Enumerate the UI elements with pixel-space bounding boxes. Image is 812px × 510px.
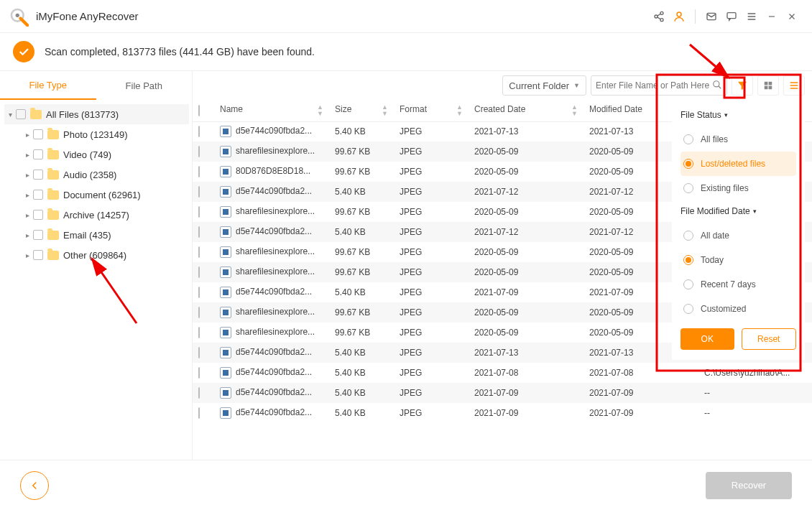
cell-name: d5e744c090fbda2... xyxy=(236,126,312,136)
back-button[interactable] xyxy=(20,471,49,500)
filter-status-lost[interactable]: Lost/deleted files xyxy=(680,152,796,176)
tree-item[interactable]: ▸Email (435) xyxy=(22,225,189,245)
toolbar: Current Folder ▼ xyxy=(193,71,812,100)
chevron-right-icon[interactable]: ▸ xyxy=(22,171,33,179)
checkbox[interactable] xyxy=(16,109,26,119)
checkbox[interactable] xyxy=(33,210,43,220)
tree-item[interactable]: ▸Document (62961) xyxy=(22,185,189,205)
row-checkbox[interactable] xyxy=(198,327,200,338)
chevron-right-icon[interactable]: ▸ xyxy=(22,191,33,199)
table-row[interactable]: d5e744c090fbda2...5.40 KBJPEG2021-07-092… xyxy=(193,403,812,423)
svg-point-6 xyxy=(677,12,681,17)
search-box[interactable] xyxy=(591,75,727,96)
tree-item[interactable]: ▸Video (749) xyxy=(22,144,189,164)
cell-created: 2021-07-13 xyxy=(469,343,583,363)
cell-created: 2020-05-09 xyxy=(469,162,583,182)
col-size[interactable]: Size xyxy=(335,104,351,114)
chevron-right-icon[interactable]: ▸ xyxy=(22,251,33,259)
chevron-right-icon[interactable]: ▸ xyxy=(22,231,33,239)
grid-view-button[interactable] xyxy=(757,75,779,96)
filter-status-all[interactable]: All files xyxy=(680,127,796,152)
row-checkbox[interactable] xyxy=(198,166,200,177)
col-name[interactable]: Name xyxy=(220,104,243,114)
filter-date-today[interactable]: Today xyxy=(680,248,796,272)
table-row[interactable]: d5e744c090fbda2...5.40 KBJPEG2021-07-092… xyxy=(193,383,812,403)
row-checkbox[interactable] xyxy=(198,186,200,198)
checkbox[interactable] xyxy=(33,230,43,240)
filter-date-recent7[interactable]: Recent 7 days xyxy=(680,272,796,297)
filter-button[interactable] xyxy=(732,75,753,96)
cell-format: JPEG xyxy=(394,242,469,262)
tree-item-label: Photo (123149) xyxy=(63,129,128,140)
filter-date-custom[interactable]: Customized xyxy=(680,297,796,321)
minimize-icon[interactable] xyxy=(762,6,782,27)
close-icon[interactable] xyxy=(782,6,802,27)
row-checkbox[interactable] xyxy=(198,126,200,137)
row-checkbox[interactable] xyxy=(198,367,200,379)
row-checkbox[interactable] xyxy=(198,246,200,258)
row-checkbox[interactable] xyxy=(198,226,200,238)
filter-ok-button[interactable]: OK xyxy=(680,328,734,350)
chevron-down-icon[interactable]: ▾ xyxy=(4,111,16,119)
row-checkbox[interactable] xyxy=(198,287,200,298)
list-view-button[interactable] xyxy=(783,75,805,96)
sidebar: File Type File Path ▾ All Files (813773)… xyxy=(0,71,193,460)
checkbox[interactable] xyxy=(33,129,43,139)
filter-status-existing[interactable]: Existing files xyxy=(680,176,796,200)
chevron-right-icon[interactable]: ▸ xyxy=(22,151,33,159)
cell-format: JPEG xyxy=(394,182,469,202)
tab-file-path[interactable]: File Path xyxy=(96,71,193,100)
chevron-right-icon[interactable]: ▸ xyxy=(22,211,33,219)
tree-item[interactable]: ▸Archive (14257) xyxy=(22,205,189,225)
table-row[interactable]: d5e744c090fbda2...5.40 KBJPEG2021-07-082… xyxy=(193,363,812,383)
row-checkbox[interactable] xyxy=(198,387,200,399)
select-all-checkbox[interactable] xyxy=(198,105,200,116)
row-checkbox[interactable] xyxy=(198,146,200,157)
tree-item[interactable]: ▸Other (609864) xyxy=(22,245,189,265)
account-icon[interactable] xyxy=(669,6,689,27)
cell-name: d5e744c090fbda2... xyxy=(236,186,312,196)
filter-status-title[interactable]: File Status ▾ xyxy=(680,110,796,120)
feedback-icon[interactable] xyxy=(721,6,742,27)
search-input[interactable] xyxy=(596,80,712,91)
row-checkbox[interactable] xyxy=(198,266,200,278)
cell-format: JPEG xyxy=(394,222,469,242)
titlebar: iMyFone AnyRecover xyxy=(0,0,812,33)
cell-created: 2020-05-09 xyxy=(469,262,583,282)
chevron-down-icon: ▼ xyxy=(573,82,580,89)
checkbox[interactable] xyxy=(33,149,43,159)
row-checkbox[interactable] xyxy=(198,307,200,318)
col-created[interactable]: Created Date xyxy=(474,104,525,114)
checkbox[interactable] xyxy=(33,170,43,180)
row-checkbox[interactable] xyxy=(198,206,200,218)
row-checkbox[interactable] xyxy=(198,407,200,419)
scope-dropdown[interactable]: Current Folder ▼ xyxy=(502,75,586,96)
checkbox[interactable] xyxy=(33,250,43,260)
check-icon xyxy=(13,41,34,62)
tree-root[interactable]: ▾ All Files (813773) xyxy=(4,104,189,124)
cell-name: sharefilesinexplore... xyxy=(236,146,315,156)
cell-size: 99.67 KB xyxy=(329,242,394,262)
chevron-right-icon[interactable]: ▸ xyxy=(22,131,33,139)
cell-format: JPEG xyxy=(394,343,469,363)
share-icon[interactable] xyxy=(649,6,669,27)
filter-date-all[interactable]: All date xyxy=(680,223,796,248)
filter-reset-button[interactable]: Reset xyxy=(742,328,797,350)
menu-icon[interactable] xyxy=(742,6,762,27)
tree-item[interactable]: ▸Audio (2358) xyxy=(22,164,189,185)
tree-item[interactable]: ▸Photo (123149) xyxy=(22,124,189,144)
col-modified[interactable]: Modified Date xyxy=(589,104,642,114)
tree-item-label: Video (749) xyxy=(63,149,111,160)
tab-file-type[interactable]: File Type xyxy=(0,71,96,100)
cell-created: 2020-05-09 xyxy=(469,202,583,222)
search-icon[interactable] xyxy=(712,80,722,92)
row-checkbox[interactable] xyxy=(198,347,200,358)
col-format[interactable]: Format xyxy=(400,104,427,114)
tree-item-label: Audio (2358) xyxy=(63,170,116,180)
cell-format: JPEG xyxy=(394,162,469,182)
filter-date-title[interactable]: File Modified Date ▾ xyxy=(680,206,796,216)
cell-created: 2020-05-09 xyxy=(469,142,583,162)
recover-button[interactable]: Recover xyxy=(706,472,792,499)
checkbox[interactable] xyxy=(33,190,43,200)
mail-icon[interactable] xyxy=(701,6,721,27)
